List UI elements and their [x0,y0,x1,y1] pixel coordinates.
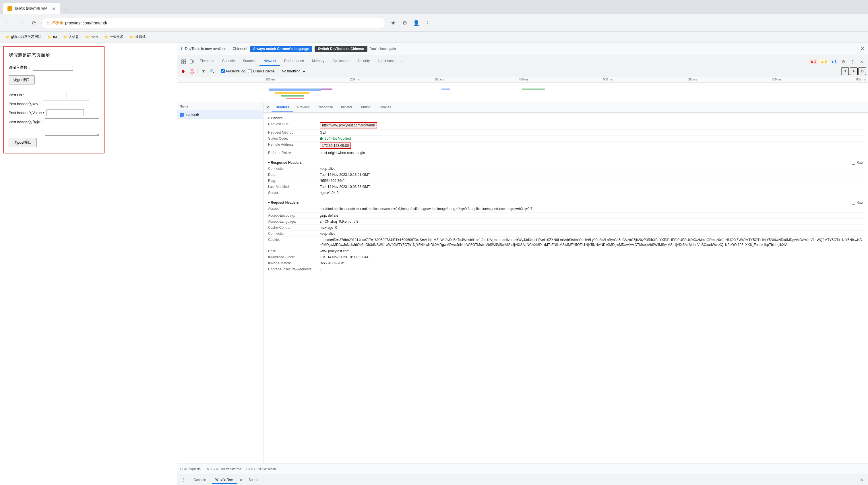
tab-security[interactable]: Security [353,57,374,66]
post-header-pass-input[interactable] [45,118,99,136]
clear-button[interactable]: 🚫 [188,67,196,75]
settings-button[interactable]: ⚙ [839,58,847,66]
bookmark-github[interactable]: 📁 github以及学习网站 [3,33,43,40]
post-button[interactable]: 调post接口 [9,138,37,147]
post-url-input[interactable] [27,92,67,98]
raw-checkbox[interactable] [851,161,856,165]
timeline-svg [264,83,868,102]
svg-rect-9 [286,98,304,99]
bookmark-label: 一些技术 [110,34,123,39]
tab-cookies[interactable]: Cookies [375,103,395,112]
request-url-row: Request URL: http://www.proxytest.com/fr… [268,121,863,130]
if-none-match-value: "65534609-76e" [320,261,863,265]
bookmark-tools[interactable]: 📁 tools [83,34,100,40]
tab-application[interactable]: Application [329,57,353,66]
bookmark-button[interactable]: ★ [388,18,398,28]
filter-button[interactable]: ▼ [199,67,208,75]
upgrade-insecure-row: Upgrade-Insecure-Requests: 1 [268,266,863,273]
tab-network[interactable]: Network [259,57,280,66]
request-headers-section-header[interactable]: Request Headers [268,199,299,206]
notification-close-button[interactable]: ✕ [860,46,865,52]
if-none-match-row: If-None-Match: "65534609-76e" [268,260,863,266]
tab-lighthouse[interactable]: Lighthouse [374,57,399,66]
if-modified-since-label: If-Modified-Since: [268,255,320,259]
tab-sources[interactable]: Sources [239,57,259,66]
tab-timing[interactable]: Timing [356,103,375,112]
tab-more-button[interactable]: » [399,57,404,66]
profile-button[interactable]: 👤 [411,18,422,28]
svg-rect-6 [269,88,321,91]
dont-show-again-link[interactable]: Don't show again [370,47,396,51]
url-display: proxytest.com/frontend/ [65,21,107,25]
bookmark-info[interactable]: 📁 人信息 [61,33,81,40]
bookmark-im[interactable]: 📁 IM [45,34,59,40]
referrer-policy-value: strict-origin-when-cross-origin [320,151,863,155]
post-header-value-input[interactable] [46,110,84,116]
raw-toggle: Raw [851,161,863,165]
general-section-header[interactable]: General [268,115,863,121]
record-button[interactable]: ⏺ [179,67,187,75]
settings-cog-button[interactable]: ⚙ [858,67,866,75]
extensions-button[interactable]: ⚙ [400,18,410,28]
svg-rect-2 [182,62,183,64]
tab-headers[interactable]: Headers [272,103,293,112]
bookmark-tech[interactable]: 📁 一些技术 [102,33,126,40]
match-language-button[interactable]: Always match Chrome's language [250,46,312,52]
cache-control-value: max-age=0 [320,226,863,230]
reload-button[interactable]: ⟳ [29,18,39,28]
back-button[interactable]: ← [3,18,14,28]
more-options-button[interactable]: ⋮ [848,58,857,66]
close-devtools-button[interactable]: ✕ [858,58,866,66]
request-method-label: Request Method: [268,131,320,135]
whats-new-drawer-tab[interactable]: What's New [212,476,237,484]
details-close-button[interactable]: ✕ [264,104,272,112]
tab-response[interactable]: Response [313,103,337,112]
get-button[interactable]: 调get接口 [9,75,35,84]
export-button[interactable]: ⬇ [849,67,858,75]
tab-console[interactable]: Console [218,57,239,66]
menu-button[interactable]: ⋮ [423,18,433,28]
raw-checkbox2[interactable] [851,201,856,205]
whats-new-close-button[interactable]: ✕ [239,478,243,482]
tab-memory[interactable]: Memory [308,57,329,66]
browser-frame: 我假装是静态页面哈 ✕ + ← → ⟳ ⚠ 不安全 proxytest.com/… [0,0,868,485]
throttling-select[interactable]: No throttling [280,68,306,74]
response-headers-section-header[interactable]: Response Headers [268,160,302,166]
browser-tab[interactable]: 我假装是静态页面哈 ✕ [3,3,60,15]
devtools-inspect-button[interactable] [180,58,188,66]
connection-req-value: keep-alive [320,232,863,236]
server-row: Server: nginx/1.24.0 [268,190,863,196]
switch-language-button[interactable]: Switch DevTools to Chinese [315,46,367,52]
bookmark-vm[interactable]: 📁 虚拟机 [127,33,148,40]
post-header-key-input[interactable] [43,101,89,107]
cookie-row: Cookie: __gsas=ID=f37dba291214bac7:T=169… [268,237,863,249]
connection-row: Connection: keep-alive [268,166,863,172]
close-drawer-button[interactable]: ✕ [858,476,866,484]
request-method-row: Request Method: GET [268,130,863,136]
bookmark-folder-icon: 📁 [85,35,90,39]
disable-cache-checkbox[interactable] [248,69,252,73]
drawer-menu-button[interactable]: ⋮ [180,476,188,484]
response-headers-header-row: Response Headers Raw [268,160,863,166]
tab-elements[interactable]: Elements [196,57,218,66]
address-bar[interactable]: ⚠ 不安全 proxytest.com/frontend/ [41,18,386,28]
svg-rect-1 [184,60,186,61]
search-drawer-tab[interactable]: Search [245,476,263,484]
tab-initiator[interactable]: Initiator [337,103,356,112]
tick-500: 500 ms [603,78,613,81]
param-input[interactable] [33,64,73,71]
network-status-bar: 1 / 31 requests 180 B / 4.6 kB transferr… [177,463,868,474]
import-button[interactable]: ⬆ [841,67,849,75]
tab-performance[interactable]: Performance [280,57,308,66]
devtools-device-button[interactable] [188,58,196,66]
preserve-log-checkbox[interactable] [221,69,225,73]
console-drawer-tab[interactable]: Console [190,476,210,484]
remote-address-row: Remote Address: 172.30.128.65:80 [268,142,863,150]
new-tab-button[interactable]: + [60,4,72,15]
forward-button[interactable]: → [16,18,26,28]
network-row[interactable]: frontend/ [177,110,263,119]
tab-preview[interactable]: Preview [293,103,313,112]
search-button[interactable]: 🔍 [208,67,216,75]
tab-close-button[interactable]: ✕ [52,6,56,11]
network-detail-panel: ✕ Headers Preview Response Initiator Tim… [264,102,868,463]
